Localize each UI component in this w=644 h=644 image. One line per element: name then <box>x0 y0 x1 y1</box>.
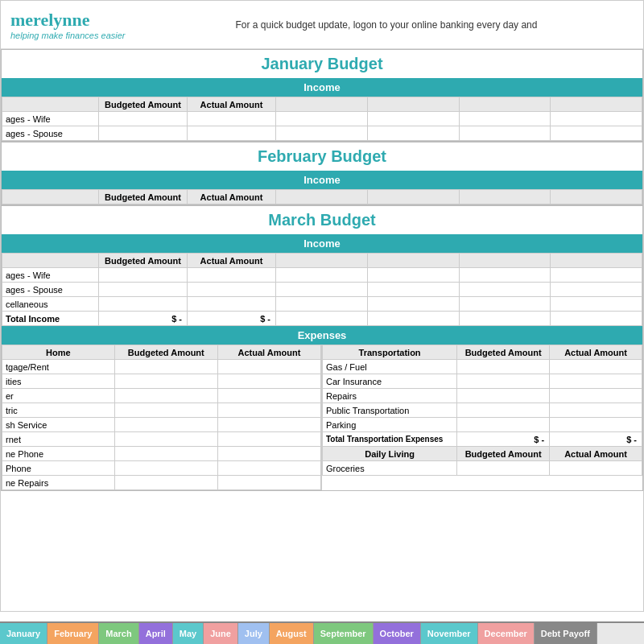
march-total-actual: $ - <box>188 312 276 326</box>
home-row8: Phone <box>2 461 115 476</box>
tab-march[interactable]: March <box>99 623 138 644</box>
home-col-budgeted: Budgeted Amount <box>114 345 217 360</box>
january-col-label <box>2 97 99 112</box>
january-title: January Budget <box>2 50 642 78</box>
main-container: merelynne helping make finances easier F… <box>0 0 644 612</box>
tab-debt-payoff[interactable]: Debt Payoff <box>535 623 597 644</box>
tab-september[interactable]: September <box>314 623 374 644</box>
january-col-actual: Actual Amount <box>188 97 276 112</box>
home-row9: ne Repairs <box>2 476 115 490</box>
home-row4: tric <box>2 403 115 418</box>
daily-col-budgeted: Budgeted Amount <box>457 447 550 461</box>
tab-october[interactable]: October <box>374 623 421 644</box>
jan-row2-label: ages - Spouse <box>2 126 99 141</box>
tab-may[interactable]: May <box>173 623 204 644</box>
tab-july[interactable]: July <box>238 623 270 644</box>
tab-april[interactable]: April <box>139 623 173 644</box>
transport-total-actual: $ - <box>550 432 642 447</box>
february-income-table: Budgeted Amount Actual Amount <box>2 189 642 204</box>
tab-august[interactable]: August <box>270 623 314 644</box>
logo-tagline: helping make finances easier <box>10 31 139 40</box>
transport-row1: Gas / Fuel <box>323 360 457 374</box>
transport-header: Transportation <box>323 345 457 360</box>
home-row2: ities <box>2 374 115 389</box>
march-section: March Budget Income Budgeted Amount Actu… <box>1 205 643 491</box>
home-row1: tgage/Rent <box>2 360 115 374</box>
february-col-actual: Actual Amount <box>188 190 276 204</box>
daily-row1: Groceries <box>323 461 457 476</box>
tab-november[interactable]: November <box>421 623 478 644</box>
home-table: Home Budgeted Amount Actual Amount tgage… <box>2 345 321 490</box>
home-header: Home <box>2 345 115 360</box>
march-income-row2: ages - Spouse <box>2 283 99 297</box>
header: merelynne helping make finances easier F… <box>1 1 643 49</box>
march-income-row3: cellaneous <box>2 297 99 312</box>
home-row5: sh Service <box>2 418 115 432</box>
header-text: For a quick budget update, logon to your… <box>139 19 634 31</box>
march-income-header: Income <box>2 234 642 253</box>
logo-name: merelynne <box>10 10 139 31</box>
transport-row3: Repairs <box>323 389 457 403</box>
march-col-budgeted: Budgeted Amount <box>99 254 188 268</box>
daily-col-actual: Actual Amount <box>550 447 642 461</box>
february-section: February Budget Income Budgeted Amount A… <box>1 142 643 205</box>
january-col-budgeted: Budgeted Amount <box>99 97 188 112</box>
home-row6: rnet <box>2 432 115 447</box>
transport-col-budgeted: Budgeted Amount <box>457 345 550 360</box>
march-total-budgeted: $ - <box>99 312 188 326</box>
march-col-actual: Actual Amount <box>188 254 276 268</box>
jan-row1-label: ages - Wife <box>2 112 99 126</box>
january-section: January Budget Income Budgeted Amount Ac… <box>1 49 643 142</box>
march-title: March Budget <box>2 206 642 234</box>
tab-june[interactable]: June <box>204 623 238 644</box>
january-income-header: Income <box>2 78 642 97</box>
home-row7: ne Phone <box>2 447 115 461</box>
right-expenses: Transportation Budgeted Amount Actual Am… <box>322 345 642 490</box>
home-col-actual: Actual Amount <box>217 345 320 360</box>
daily-header: Daily Living <box>323 447 457 461</box>
transport-table: Transportation Budgeted Amount Actual Am… <box>322 345 642 476</box>
logo-area: merelynne helping make finances easier <box>10 10 139 40</box>
march-expenses-header: Expenses <box>2 326 642 345</box>
february-col-budgeted: Budgeted Amount <box>99 190 188 204</box>
march-income-row1: ages - Wife <box>2 268 99 283</box>
tab-february[interactable]: February <box>47 623 99 644</box>
home-expenses: Home Budgeted Amount Actual Amount tgage… <box>2 345 322 490</box>
home-row3: er <box>2 389 115 403</box>
march-income-table: Budgeted Amount Actual Amount ages - Wif… <box>2 253 642 326</box>
transport-total-budgeted: $ - <box>457 432 550 447</box>
march-total-income-label: Total Income <box>2 312 99 326</box>
tabs-bar: January February March April May June Ju… <box>0 621 644 644</box>
january-income-table: Budgeted Amount Actual Amount ages - Wif… <box>2 97 642 141</box>
tab-january[interactable]: January <box>0 623 47 644</box>
transport-row4: Public Transportation <box>323 403 457 418</box>
february-title: February Budget <box>2 142 642 171</box>
transport-row5: Parking <box>323 418 457 432</box>
transport-total-label: Total Transportation Expenses <box>323 432 457 447</box>
tab-december[interactable]: December <box>478 623 535 644</box>
transport-row2: Car Insurance <box>323 374 457 389</box>
february-income-header: Income <box>2 171 642 189</box>
expenses-two-col: Home Budgeted Amount Actual Amount tgage… <box>2 345 642 490</box>
transport-col-actual: Actual Amount <box>550 345 642 360</box>
